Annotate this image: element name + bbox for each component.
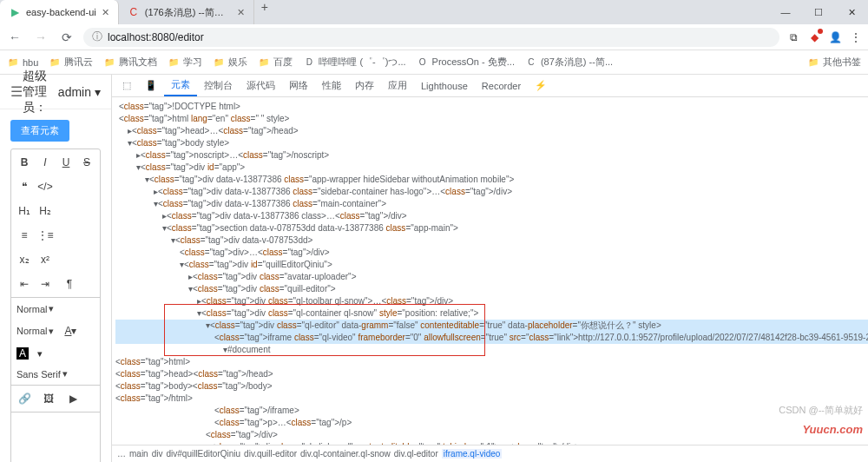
- crumb-item[interactable]: main: [129, 449, 148, 459]
- quote-button[interactable]: ❝: [16, 179, 32, 195]
- element-node[interactable]: <class="tag">div>…<class="tag">/div>: [115, 247, 868, 259]
- bookmark-item[interactable]: 📁娱乐: [213, 56, 247, 69]
- devtools-tab[interactable]: 内存: [348, 75, 381, 96]
- tab-close-icon[interactable]: ✕: [102, 7, 109, 18]
- element-node[interactable]: ▾<class="tag">div class="ql-container ql…: [115, 307, 868, 320]
- bookmark-item[interactable]: 📁学习: [168, 56, 202, 69]
- bookmark-item[interactable]: D哔哩哔哩 (゜-゜)つ...: [303, 56, 405, 69]
- bookmark-item[interactable]: 📁腾讯文档: [103, 56, 157, 69]
- element-node[interactable]: ▾<class="tag">div data-v-13877386 class=…: [115, 198, 868, 210]
- video-button[interactable]: ▶: [65, 391, 81, 406]
- indent-in-button[interactable]: ⇥: [37, 276, 53, 292]
- element-node[interactable]: <class="tag">/iframe>: [115, 405, 868, 417]
- color-button[interactable]: A▾: [62, 323, 78, 339]
- crumb-item[interactable]: div: [152, 449, 163, 459]
- element-node[interactable]: ▸<class="tag">div class="avatar-uploader…: [115, 271, 868, 283]
- hamburger-icon[interactable]: ☰: [10, 83, 23, 100]
- forward-button[interactable]: →: [31, 28, 50, 47]
- element-node[interactable]: ▾<class="tag">div class="ql-editor" data…: [115, 320, 868, 332]
- url-input[interactable]: ⓘ localhost:8080/editor: [83, 28, 779, 47]
- devtools-tab[interactable]: 控制台: [197, 75, 240, 96]
- list-bullet-button[interactable]: ⋮≡: [37, 228, 53, 243]
- crumb-item[interactable]: div.quill-editor: [244, 449, 297, 459]
- indent-out-button[interactable]: ⇤: [16, 276, 32, 292]
- strike-button[interactable]: S: [79, 155, 95, 170]
- element-node[interactable]: ▾<class="tag">body style>: [115, 137, 868, 149]
- code-button[interactable]: </>: [37, 179, 53, 195]
- element-node[interactable]: ▾<class="tag">section data-v-078753dd da…: [115, 222, 868, 234]
- element-node[interactable]: <class="tag">html>: [115, 356, 868, 368]
- element-node[interactable]: ▸<class="tag">div data-v-13877386 class=…: [115, 186, 868, 198]
- reload-button[interactable]: ⟳: [57, 28, 76, 47]
- element-node[interactable]: ▸<class="tag">div data-v-13877386 class>…: [115, 210, 868, 222]
- devtools-tab[interactable]: 性能: [315, 75, 348, 96]
- direction-button[interactable]: ¶: [62, 276, 77, 292]
- underline-button[interactable]: U: [58, 155, 74, 170]
- element-node[interactable]: ▾<class="tag">div class="quill-editor">: [115, 283, 868, 295]
- bookmark-item[interactable]: 📁百度: [258, 56, 293, 69]
- element-node[interactable]: ▸<class="tag">head>…<class="tag">/head>: [115, 125, 868, 137]
- crumb-item[interactable]: div#quillEditorQiniu: [166, 449, 240, 459]
- view-source-button[interactable]: 查看元素: [10, 120, 69, 142]
- minimize-button[interactable]: —: [769, 0, 802, 24]
- new-tab-button[interactable]: +: [254, 0, 275, 24]
- devtools-tab[interactable]: 元素: [164, 75, 197, 96]
- bg-button[interactable]: A: [16, 347, 29, 360]
- ext-icon-2[interactable]: ◆: [807, 30, 821, 44]
- italic-button[interactable]: I: [37, 155, 53, 170]
- element-node[interactable]: <class="tag">html lang="en" class=" " st…: [115, 113, 868, 125]
- element-node[interactable]: <class="tag">head><class="tag">/head>: [115, 368, 868, 380]
- element-node[interactable]: ▸<class="tag">noscript>…<class="tag">/no…: [115, 149, 868, 162]
- element-node[interactable]: <class="tag">/div>: [115, 429, 868, 441]
- element-node[interactable]: ▾#document: [115, 344, 868, 356]
- bookmark-item[interactable]: C(87条消息) --简...: [525, 56, 613, 69]
- bold-button[interactable]: B: [16, 155, 32, 170]
- tab-close-icon[interactable]: ✕: [237, 7, 245, 18]
- crumb-item[interactable]: …: [117, 449, 126, 459]
- editor-content[interactable]: [11, 412, 100, 462]
- bookmark-item[interactable]: 📁腾讯云: [49, 56, 93, 69]
- element-node[interactable]: <class="tag">!DOCTYPE html>: [115, 101, 868, 113]
- element-node[interactable]: ▾<class="tag">div data-v-078753dd>: [115, 234, 868, 247]
- element-node[interactable]: ▾<class="tag">div id="app">: [115, 162, 868, 174]
- sup-button[interactable]: x²: [37, 252, 53, 267]
- element-node[interactable]: <class="tag">p>…<class="tag">/p>: [115, 417, 868, 429]
- element-node[interactable]: <class="tag">iframe class="ql-video" fra…: [115, 332, 868, 344]
- element-node[interactable]: ▸<class="tag">div class="ql-clipboard" c…: [115, 441, 868, 445]
- device-icon[interactable]: 📱: [138, 75, 164, 96]
- menu-icon[interactable]: ⋮: [849, 30, 863, 44]
- devtools-tab[interactable]: 网络: [282, 75, 315, 96]
- element-node[interactable]: ▾<class="tag">div data-v-13877386 class=…: [115, 174, 868, 186]
- list-ordered-button[interactable]: ≡: [16, 228, 32, 243]
- bookmark-item[interactable]: OProcessOn - 免费...: [417, 56, 515, 69]
- ext-icon-3[interactable]: 👤: [828, 30, 842, 44]
- image-button[interactable]: 🖼: [41, 391, 56, 406]
- element-node[interactable]: ▸<class="tag">div class="ql-toolbar ql-s…: [115, 295, 868, 307]
- back-button[interactable]: ←: [5, 28, 24, 47]
- devtools-tab[interactable]: Lighthouse: [414, 75, 475, 96]
- link-button[interactable]: 🔗: [16, 391, 32, 406]
- breadcrumb[interactable]: … main div div#quillEditorQiniu div.quil…: [112, 445, 868, 462]
- recorder-icon[interactable]: ⚡: [528, 75, 554, 96]
- size-select[interactable]: Normal ▾: [16, 303, 54, 314]
- element-node[interactable]: ▾<class="tag">div id="quillEditorQiniu">: [115, 259, 868, 271]
- header-select[interactable]: Normal ▾: [16, 326, 54, 337]
- h1-button[interactable]: H₁: [16, 203, 32, 219]
- crumb-item[interactable]: div.ql-container.ql-snow: [300, 449, 391, 459]
- devtools-tab[interactable]: 源代码: [240, 75, 282, 96]
- admin-info[interactable]: 超级管理员： admin ▾: [23, 69, 101, 116]
- inspect-icon[interactable]: ⬚: [115, 75, 138, 96]
- h2-button[interactable]: H₂: [37, 203, 53, 219]
- close-button[interactable]: ✕: [835, 0, 868, 24]
- sub-button[interactable]: x₂: [16, 252, 32, 267]
- element-node[interactable]: <class="tag">/html>: [115, 393, 868, 405]
- devtools-tab[interactable]: 应用: [381, 75, 414, 96]
- devtools-tab[interactable]: Recorder: [475, 75, 528, 96]
- bookmark-item[interactable]: 📁其他书签: [807, 56, 861, 69]
- crumb-item[interactable]: iframe.ql-video: [442, 449, 503, 459]
- crumb-item[interactable]: div.ql-editor: [394, 449, 438, 459]
- font-select[interactable]: Sans Serif ▾: [16, 368, 68, 380]
- element-node[interactable]: <class="tag">body><class="tag">/body>: [115, 380, 868, 393]
- browser-tab[interactable]: ▶easy-backend-ui✕: [0, 0, 119, 24]
- elements-panel[interactable]: <class="tag">!DOCTYPE html><class="tag">…: [112, 97, 868, 445]
